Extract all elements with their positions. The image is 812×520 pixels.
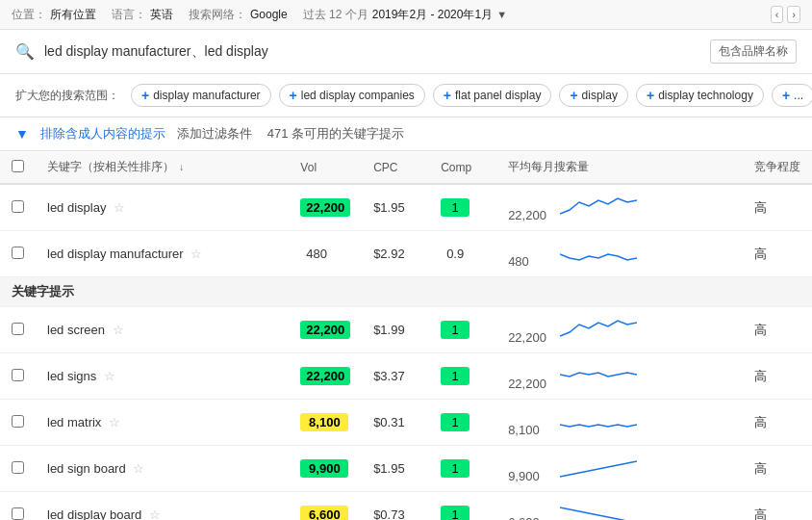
trend-vol: 22,200 <box>508 208 556 222</box>
trend-cell: 8,100 <box>496 400 743 446</box>
section-header-cell: 关键字提示 <box>0 277 812 307</box>
star-icon[interactable]: ☆ <box>113 323 124 337</box>
trend-vol: 9,900 <box>508 469 556 483</box>
header-vol[interactable]: Vol <box>289 151 362 184</box>
row-checkbox[interactable] <box>12 247 24 259</box>
expand-chip-flat-panel-display[interactable]: + flat panel display <box>433 84 552 107</box>
cpc-cell: $3.37 <box>362 353 429 400</box>
expand-chip-display-manufacturer[interactable]: + display manufacturer <box>131 84 271 107</box>
keyword-header-label: 关键字（按相关性排序） <box>47 160 174 173</box>
row-checkbox[interactable] <box>12 323 24 335</box>
language-label: 语言： <box>112 7 146 23</box>
period-label: 过去 12 个月 <box>303 7 368 23</box>
comp-cell: 1 <box>429 400 496 446</box>
row-checkbox-cell[interactable] <box>0 353 36 400</box>
add-filter-button[interactable]: 添加过滤条件 <box>177 125 252 143</box>
compete-cell: 高 <box>743 307 812 353</box>
date-item[interactable]: 过去 12 个月 2019年2月 - 2020年1月 ▼ <box>303 7 507 23</box>
row-checkbox[interactable] <box>12 369 24 381</box>
row-checkbox-cell[interactable] <box>0 400 36 446</box>
trend-cell: 22,200 <box>496 353 743 400</box>
next-arrow[interactable]: › <box>787 6 800 23</box>
trend-cell: 480 <box>496 231 743 277</box>
row-checkbox[interactable] <box>12 415 24 428</box>
date-dropdown-icon[interactable]: ▼ <box>496 9 507 20</box>
star-icon[interactable]: ☆ <box>133 461 144 476</box>
chip-label: ... <box>794 89 803 102</box>
row-checkbox-cell[interactable] <box>0 231 36 277</box>
row-checkbox-cell[interactable] <box>0 184 36 231</box>
expand-chip-display[interactable]: + display <box>559 84 628 107</box>
row-checkbox[interactable] <box>12 200 24 213</box>
header-trend[interactable]: 平均每月搜索量 <box>496 151 743 184</box>
row-checkbox-cell[interactable] <box>0 492 36 521</box>
vol-cell: 22,200 <box>289 353 362 400</box>
keyword-text: led sign board <box>47 461 126 476</box>
star-icon[interactable]: ☆ <box>109 415 120 429</box>
location-value: 所有位置 <box>50 7 96 23</box>
table-row: led signs ☆ 22,200 $3.37 1 22,200 高 <box>0 353 812 400</box>
keyword-cell: led screen ☆ <box>36 307 289 353</box>
row-checkbox-cell[interactable] <box>0 446 36 492</box>
row-checkbox-cell[interactable] <box>0 307 36 353</box>
network-item: 搜索网络： Google <box>189 7 288 23</box>
table-row: led display board ☆ 6,600 $0.73 1 6,600 … <box>0 492 812 521</box>
section-header-row: 关键字提示 <box>0 277 812 307</box>
location-label: 位置： <box>12 7 46 23</box>
sparkline-chart <box>560 361 637 388</box>
vol-cell: 6,600 <box>289 492 362 521</box>
comp-cell: 1 <box>429 446 496 492</box>
star-icon[interactable]: ☆ <box>149 507 161 520</box>
chip-label: display manufacturer <box>153 89 260 102</box>
cpc-cell: $1.95 <box>362 184 429 231</box>
trend-vol: 480 <box>508 254 556 269</box>
trend-vol: 8,100 <box>508 423 556 437</box>
table-row: led matrix ☆ 8,100 $0.31 1 8,100 高 <box>0 400 812 446</box>
trend-cell: 22,200 <box>496 307 743 353</box>
cpc-cell: $1.99 <box>362 307 429 353</box>
chip-label: display <box>582 89 618 102</box>
trend-vol: 22,200 <box>508 330 556 345</box>
nav-arrows: ‹ › <box>771 6 800 23</box>
chip-label: flat panel display <box>455 89 541 102</box>
location-item: 位置： 所有位置 <box>12 7 96 23</box>
plus-icon: + <box>647 88 654 103</box>
compete-cell: 高 <box>743 184 812 231</box>
keyword-cell: led display manufacturer ☆ <box>36 231 289 277</box>
row-checkbox[interactable] <box>12 461 24 474</box>
expand-chip-led-display-companies[interactable]: + led display companies <box>279 84 425 107</box>
plus-icon: + <box>570 88 577 103</box>
brand-tag[interactable]: 包含品牌名称 <box>710 39 797 64</box>
prev-arrow[interactable]: ‹ <box>771 6 784 23</box>
compete-cell: 高 <box>743 446 812 492</box>
search-query[interactable]: led display manufacturer、led display <box>44 43 700 61</box>
comp-cell: 1 <box>429 184 496 231</box>
keyword-text: led display board <box>47 507 141 520</box>
star-icon[interactable]: ☆ <box>114 200 125 215</box>
header-cpc[interactable]: CPC <box>362 151 429 184</box>
expand-chip-display-technology[interactable]: + display technology <box>636 84 764 107</box>
keyword-text: led signs <box>47 369 96 383</box>
plus-icon: + <box>141 88 149 103</box>
exclude-adult-link[interactable]: 排除含成人内容的提示 <box>40 125 165 143</box>
header-comp[interactable]: Comp <box>429 151 496 184</box>
header-keyword[interactable]: 关键字（按相关性排序） ↓ <box>36 151 289 184</box>
header-checkbox[interactable] <box>0 151 36 184</box>
star-icon[interactable]: ☆ <box>190 247 202 261</box>
sparkline-chart <box>560 407 637 434</box>
network-value: Google <box>250 8 288 21</box>
expand-chip-more[interactable]: + ... <box>772 84 812 107</box>
top-bar: 位置： 所有位置 语言： 英语 搜索网络： Google 过去 12 个月 20… <box>0 0 812 30</box>
row-checkbox[interactable] <box>12 507 24 520</box>
compete-cell: 高 <box>743 353 812 400</box>
keyword-text: led matrix <box>47 415 101 429</box>
filter-bar: ▼ 排除含成人内容的提示 添加过滤条件 471 条可用的关键字提示 <box>0 117 812 151</box>
keyword-cell: led matrix ☆ <box>36 400 289 446</box>
star-icon[interactable]: ☆ <box>104 369 115 383</box>
keyword-table: 关键字（按相关性排序） ↓ Vol CPC Comp 平均每月搜索量 竞争程度 … <box>0 151 812 520</box>
compete-cell: 高 <box>743 492 812 521</box>
date-range: 2019年2月 - 2020年1月 <box>372 7 493 23</box>
header-compete[interactable]: 竞争程度 <box>743 151 812 184</box>
cpc-cell: $0.31 <box>362 400 429 446</box>
select-all-checkbox[interactable] <box>12 160 24 172</box>
